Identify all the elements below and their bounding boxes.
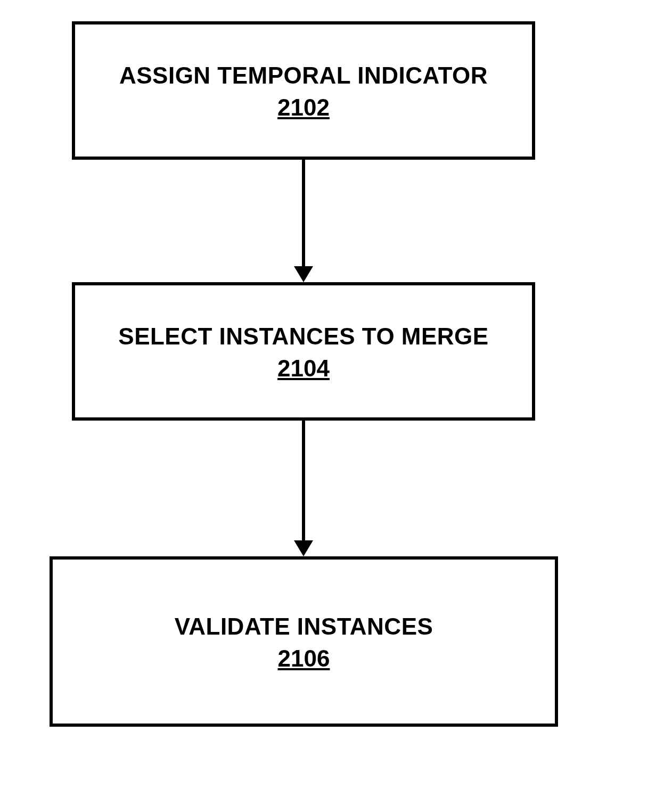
arrow-1-head-icon (294, 266, 313, 282)
step-title: ASSIGN TEMPORAL INDICATOR (119, 61, 488, 90)
step-title: VALIDATE INSTANCES (175, 612, 433, 641)
step-number: 2102 (277, 94, 330, 121)
flowchart: ASSIGN TEMPORAL INDICATOR 2102 SELECT IN… (0, 0, 672, 789)
step-select-instances-to-merge: SELECT INSTANCES TO MERGE 2104 (72, 282, 535, 421)
step-number: 2106 (278, 645, 330, 672)
step-assign-temporal-indicator: ASSIGN TEMPORAL INDICATOR 2102 (72, 21, 535, 160)
step-title: SELECT INSTANCES TO MERGE (118, 322, 488, 351)
arrow-2-head-icon (294, 540, 313, 556)
step-number: 2104 (277, 355, 330, 382)
arrow-1-shaft (302, 160, 305, 266)
step-validate-instances: VALIDATE INSTANCES 2106 (50, 556, 558, 727)
arrow-2-shaft (302, 421, 305, 540)
